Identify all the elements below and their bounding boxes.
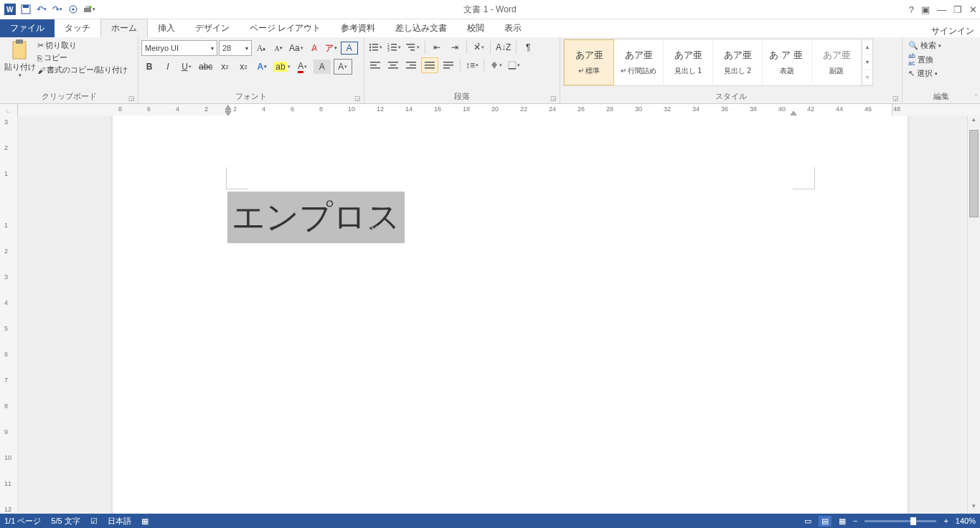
tab-insert[interactable]: 挿入 (148, 19, 185, 37)
select-button[interactable]: ↖選択▾ (908, 68, 941, 79)
styles-scroll-down[interactable]: ▾ (862, 55, 872, 70)
zoom-thumb[interactable] (910, 517, 916, 525)
style-heading2[interactable]: あア亜見出し 2 (713, 39, 763, 85)
redo-button[interactable]: ↷▾ (50, 2, 65, 16)
bullets-button[interactable] (367, 40, 384, 55)
scroll-down-button[interactable]: ▾ (968, 502, 980, 514)
superscript-button[interactable]: x2 (235, 60, 251, 74)
change-case-button[interactable]: Aa (288, 41, 305, 55)
copy-button[interactable]: ⎘コピー (37, 52, 128, 63)
cut-button[interactable]: ✂切り取り (37, 40, 128, 51)
tab-references[interactable]: 参考資料 (331, 19, 385, 37)
restore-button[interactable]: ❐ (953, 4, 962, 15)
text-effects-button[interactable]: A (254, 60, 270, 74)
numbering-button[interactable]: 123 (386, 40, 402, 55)
tab-mailmerge[interactable]: 差し込み文書 (385, 19, 457, 37)
undo-button[interactable]: ↶▾ (34, 2, 49, 16)
scroll-up-button[interactable]: ▴ (968, 116, 980, 127)
font-name-combo[interactable]: Meiryo UI▾ (141, 40, 217, 56)
tab-design[interactable]: デザイン (185, 19, 240, 37)
subscript-button[interactable]: x2 (217, 60, 232, 74)
tab-layout[interactable]: ページ レイアウト (240, 19, 331, 37)
enclose-char-button[interactable]: A (341, 42, 358, 55)
style-subtitle[interactable]: あア亜副題 (812, 39, 862, 85)
align-center-button[interactable] (385, 58, 401, 72)
increase-indent-button[interactable]: ⇥ (447, 40, 463, 55)
zoom-level[interactable]: 140% (956, 517, 976, 525)
tab-file[interactable]: ファイル (0, 19, 55, 37)
strikethrough-button[interactable]: abc (197, 60, 214, 74)
tab-home[interactable]: ホーム (100, 19, 148, 38)
shrink-font-button[interactable]: A▾ (270, 41, 286, 55)
justify-button[interactable] (421, 57, 438, 73)
style-normal[interactable]: あア亜↵ 標準 (564, 39, 614, 85)
vertical-ruler[interactable]: 321123456789101112 (0, 116, 18, 514)
find-button[interactable]: 🔍検索▾ (908, 40, 941, 51)
sort-button[interactable]: A↓Z (494, 40, 512, 55)
page[interactable]: エンプロス ↵ (113, 116, 908, 514)
shading-button[interactable] (488, 58, 504, 72)
font-color-button[interactable]: A (295, 60, 311, 74)
style-heading1[interactable]: あア亜見出し 1 (664, 39, 713, 85)
italic-button[interactable]: I (160, 60, 176, 74)
font-size-combo[interactable]: 28▾ (219, 40, 252, 56)
save-button[interactable] (19, 2, 33, 16)
view-read-button[interactable]: ▭ (804, 517, 811, 526)
close-button[interactable]: ✕ (969, 4, 977, 15)
format-painter-button[interactable]: 🖌書式のコピー/貼り付け (37, 65, 128, 75)
quick-print-button[interactable]: ▾ (82, 2, 96, 16)
help-button[interactable]: ? (909, 4, 914, 15)
line-spacing-button[interactable]: ↕≡ (464, 58, 480, 72)
grow-font-button[interactable]: A▴ (253, 41, 269, 55)
sign-in-link[interactable]: サインイン (931, 25, 974, 37)
svg-rect-42 (509, 68, 516, 70)
asian-layout-button[interactable]: ✕̂ (471, 40, 486, 55)
zoom-out-button[interactable]: − (853, 517, 857, 525)
macro-icon[interactable]: ▦ (141, 517, 149, 526)
minimize-button[interactable]: ― (937, 4, 946, 15)
touch-mode-button[interactable] (66, 2, 80, 16)
zoom-slider[interactable] (864, 520, 936, 522)
styles-launcher[interactable]: ◲ (892, 95, 899, 102)
view-web-button[interactable]: ▦ (839, 517, 846, 526)
vertical-scrollbar[interactable]: ▴ ▾ (967, 116, 980, 514)
selected-text[interactable]: エンプロス (227, 192, 405, 243)
proofing-icon[interactable]: ☑ (90, 517, 98, 526)
collapse-ribbon-button[interactable]: ˇ (975, 94, 977, 102)
view-print-button[interactable]: ▤ (819, 516, 831, 527)
zoom-in-button[interactable]: + (943, 517, 948, 525)
replace-button[interactable]: abac置換 (908, 52, 941, 67)
underline-button[interactable]: U (179, 60, 194, 74)
highlight-button[interactable]: ab (273, 60, 291, 74)
ribbon-options-button[interactable]: ▣ (921, 4, 930, 15)
style-title[interactable]: あア亜表題 (763, 39, 812, 85)
borders-button[interactable] (506, 58, 522, 72)
paste-button[interactable]: 貼り付け ▾ (3, 39, 37, 78)
page-status[interactable]: 1/1 ページ (4, 516, 41, 527)
multilevel-button[interactable] (405, 40, 421, 55)
char-border-button[interactable]: A (334, 59, 352, 75)
align-left-button[interactable] (367, 58, 383, 72)
bold-button[interactable]: B (141, 60, 157, 74)
show-marks-button[interactable]: ¶ (520, 40, 536, 55)
language-status[interactable]: 日本語 (108, 516, 131, 527)
svg-rect-16 (372, 50, 378, 51)
clipboard-launcher[interactable]: ◲ (128, 95, 135, 102)
tab-review[interactable]: 校閲 (457, 19, 494, 37)
distribute-button[interactable] (440, 58, 456, 72)
paragraph-launcher[interactable]: ◲ (550, 95, 557, 102)
decrease-indent-button[interactable]: ⇤ (429, 40, 445, 55)
styles-scroll-up[interactable]: ▴ (862, 39, 872, 55)
char-shading-button[interactable]: A (314, 60, 331, 74)
tab-touch[interactable]: タッチ (55, 19, 100, 37)
tab-view[interactable]: 表示 (494, 19, 532, 37)
scroll-thumb[interactable] (969, 130, 979, 217)
style-nospacing[interactable]: あア亜↵ 行間詰め (614, 39, 664, 85)
font-launcher[interactable]: ◲ (354, 95, 361, 102)
align-right-button[interactable] (403, 58, 419, 72)
phonetic-guide-button[interactable]: ア (324, 41, 339, 55)
document-canvas[interactable]: エンプロス ↵ (18, 116, 967, 514)
styles-expand[interactable]: ▿ (862, 70, 872, 85)
word-count[interactable]: 5/5 文字 (51, 516, 80, 527)
clear-format-button[interactable]: A̷ (306, 41, 322, 55)
